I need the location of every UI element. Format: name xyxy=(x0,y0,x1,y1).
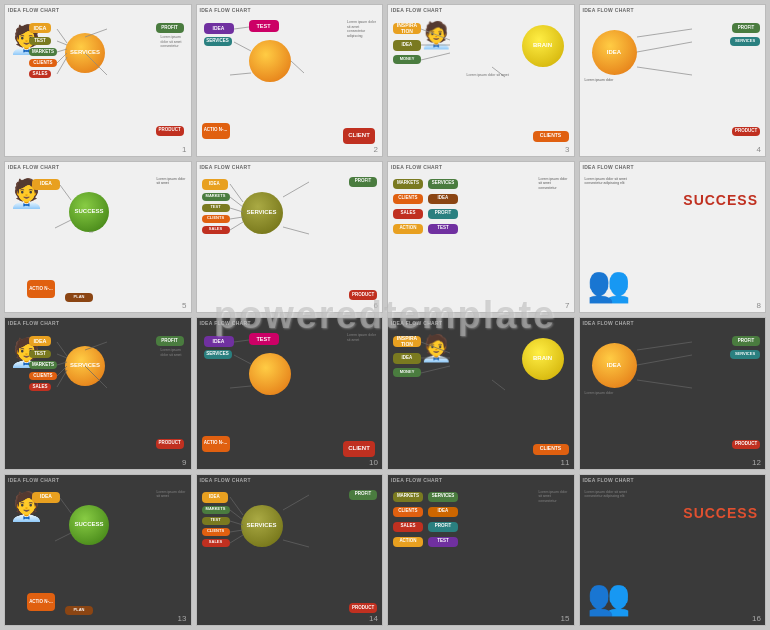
slide-number-5: 5 xyxy=(182,301,186,310)
desc-text-9: Lorem ipsum dolor sit amet xyxy=(161,348,186,357)
profit-box-12: PROFIT xyxy=(732,336,760,346)
slide-number-16: 16 xyxy=(752,614,761,623)
services-box-4: SERVICES xyxy=(730,37,760,46)
success-label-16: SUCCESS xyxy=(683,505,758,521)
slide-1[interactable]: IDEA FLOW CHART 🧑‍💼 IDEA TEST MARKETS CL… xyxy=(4,4,192,157)
idea-box-11: IDEA xyxy=(393,353,421,364)
services-box: SERVICES xyxy=(204,37,232,46)
person-icon-3: 🧑‍💼 xyxy=(420,20,452,51)
product-box-9: PRODUCT xyxy=(156,439,184,449)
slide-11[interactable]: IDEA FLOW CHART 🧑‍💼 INSPIRA TION IDEA MO… xyxy=(387,317,575,470)
profit-box-4: PROFIT xyxy=(732,23,760,33)
slide-number-13: 13 xyxy=(178,614,187,623)
svg-line-43 xyxy=(637,355,692,365)
slide-number-10: 10 xyxy=(369,458,378,467)
svg-line-26 xyxy=(283,182,309,197)
markets-box-14: MARKETS xyxy=(202,506,230,514)
test-box-6: TEST xyxy=(202,204,230,212)
slide-15[interactable]: IDEA FLOW CHART MARKETS SERVICES CLIENTS… xyxy=(387,474,575,627)
desc-text-12: Lorem ipsum dolor xyxy=(585,391,645,396)
slide-16[interactable]: IDEA FLOW CHART SUCCESS 👥 Lorem ipsum do… xyxy=(579,474,767,627)
profit-box-14: PROFIT xyxy=(349,490,377,500)
idea-box-5: IDEA xyxy=(32,179,60,190)
slide-number-7: 7 xyxy=(565,301,569,310)
action-box-5: ACTIO N-... xyxy=(27,280,55,298)
svg-line-35 xyxy=(234,340,249,342)
brain-oval: BRAIN xyxy=(522,25,564,67)
svg-line-22 xyxy=(230,197,243,207)
desc-text-16: Lorem ipsum dolor sit amet consectetur a… xyxy=(585,490,640,499)
svg-line-47 xyxy=(230,497,243,515)
services-oval-6: SERVICES xyxy=(241,192,283,234)
desc-text-3: Lorem ipsum dolor sit amet xyxy=(467,73,517,78)
money-box-11: MONEY xyxy=(393,368,421,377)
box-15-4: IDEA xyxy=(428,507,458,517)
inspiration-box: INSPIRA TION xyxy=(393,23,421,34)
slide-number-12: 12 xyxy=(752,458,761,467)
test-box: TEST xyxy=(29,37,51,45)
plan-box-13: PLAN xyxy=(65,606,93,615)
box-15-3: CLIENTS xyxy=(393,507,423,517)
test-box-2: TEST xyxy=(249,20,279,32)
svg-line-13 xyxy=(421,53,450,60)
svg-line-8 xyxy=(234,42,251,51)
slide-number-6: 6 xyxy=(374,301,378,310)
slide-number-11: 11 xyxy=(561,458,570,467)
box-15-7: ACTION xyxy=(393,537,423,547)
product-box-14: PRODUCT xyxy=(349,603,377,613)
slide-2[interactable]: IDEA FLOW CHART IDEA SERVICES TEST ACTIO… xyxy=(196,4,384,157)
sales-box-6: SALES xyxy=(202,226,230,234)
inspiration-box-11: INSPIRA TION xyxy=(393,336,421,347)
markets-box-6: MARKETS xyxy=(202,193,230,201)
box-15-8: TEST xyxy=(428,537,458,547)
markets-box-9: MARKETS xyxy=(29,361,57,369)
group-people-8: 👥 xyxy=(587,264,631,305)
profit-box: PROFIT xyxy=(156,23,184,33)
box-7-7: ACTION xyxy=(393,224,423,234)
center-oval-2 xyxy=(249,40,291,82)
success-oval: SUCCESS xyxy=(69,192,109,232)
box-15-6: PROFIT xyxy=(428,522,458,532)
svg-line-27 xyxy=(283,227,309,234)
slide-13[interactable]: IDEA FLOW CHART 🧑‍💼 IDEA SUCCESS ACTIO N… xyxy=(4,474,192,627)
svg-line-2 xyxy=(57,29,67,43)
slide-12[interactable]: IDEA FLOW CHART PROFIT IDEA SERVICES PRO… xyxy=(579,317,767,470)
slide-10[interactable]: IDEA FLOW CHART IDEA SERVICES TEST ACTIO… xyxy=(196,317,384,470)
idea-box-10: IDEA xyxy=(204,336,234,347)
slide-5[interactable]: IDEA FLOW CHART 🧑‍💼 IDEA SUCCESS ACTIO N… xyxy=(4,161,192,314)
clients-box-3: CLIENTS xyxy=(533,131,569,142)
svg-line-46 xyxy=(55,533,71,541)
svg-line-15 xyxy=(637,29,692,37)
desc-text-2: Lorem ipsum dolor sit amet consectetur a… xyxy=(347,20,377,38)
box-15-1: MARKETS xyxy=(393,492,423,502)
slide-4[interactable]: IDEA FLOW CHART PROFIT IDEA SERVICES PRO… xyxy=(579,4,767,157)
action-box-2: ACTIO N-... xyxy=(202,123,230,139)
slide-number-2: 2 xyxy=(374,145,378,154)
clients-box: CLIENTS xyxy=(29,59,57,67)
svg-line-17 xyxy=(637,67,692,75)
person-icon-11: 🧑‍💼 xyxy=(420,333,452,364)
services-oval: SERVICES xyxy=(65,33,105,73)
box-15-5: SALES xyxy=(393,522,423,532)
slide-7[interactable]: IDEA FLOW CHART MARKETS SERVICES CLIENTS… xyxy=(387,161,575,314)
slide-8[interactable]: IDEA FLOW CHART SUCCESS 👥 Lorem ipsum do… xyxy=(579,161,767,314)
svg-line-25 xyxy=(230,222,243,230)
slide-14[interactable]: IDEA FLOW CHART IDEA MARKETS TEST CLIENT… xyxy=(196,474,384,627)
idea-box: IDEA xyxy=(29,23,51,33)
desc-text-8: Lorem ipsum dolor sit amet consectetur a… xyxy=(585,177,640,186)
desc-text-4: Lorem ipsum dolor xyxy=(585,78,645,83)
svg-line-52 xyxy=(283,495,309,510)
clients-box-11: CLIENTS xyxy=(533,444,569,455)
box-7-4: IDEA xyxy=(428,194,458,204)
slide-9[interactable]: IDEA FLOW CHART 🧑‍💼 IDEA TEST MARKETS CL… xyxy=(4,317,192,470)
svg-line-51 xyxy=(230,535,243,543)
box-15-2: SERVICES xyxy=(428,492,458,502)
svg-line-19 xyxy=(55,220,71,228)
svg-line-37 xyxy=(230,386,251,388)
test-box-14: TEST xyxy=(202,517,230,525)
slide-3[interactable]: IDEA FLOW CHART 🧑‍💼 INSPIRA TION IDEA MO… xyxy=(387,4,575,157)
sales-box-9: SALES xyxy=(29,383,51,391)
slide-6[interactable]: IDEA FLOW CHART IDEA MARKETS TEST CLIENT… xyxy=(196,161,384,314)
svg-line-10 xyxy=(291,61,304,73)
slide-number-14: 14 xyxy=(369,614,378,623)
